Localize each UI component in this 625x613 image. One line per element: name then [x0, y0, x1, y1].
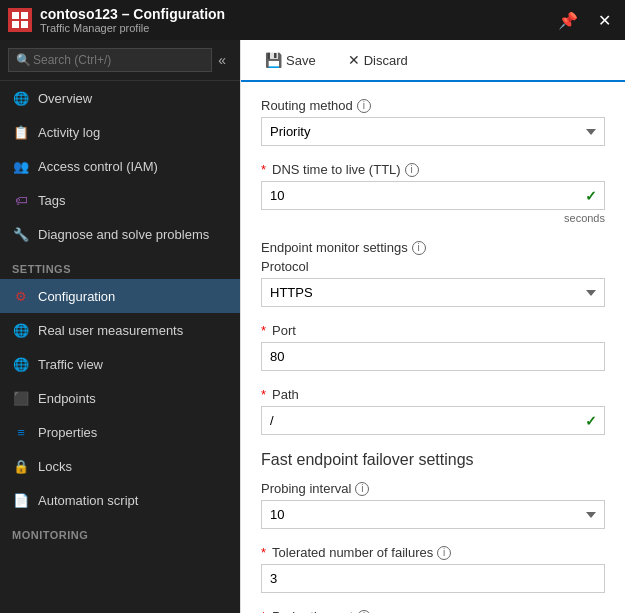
port-input[interactable]	[261, 342, 605, 371]
port-label: * Port	[261, 323, 605, 338]
fast-failover-heading: Fast endpoint failover settings	[261, 451, 605, 469]
sidebar-item-traffic-view[interactable]: 🌐 Traffic view	[0, 347, 240, 381]
sidebar-label-overview: Overview	[38, 91, 92, 106]
main-layout: 🔍 « 🌐 Overview 📋 Activity log 👥 Access c…	[0, 40, 625, 613]
protocol-select[interactable]: HTTP HTTPS TCP	[261, 278, 605, 307]
sidebar-label-activity-log: Activity log	[38, 125, 100, 140]
discard-icon: ✕	[348, 52, 360, 68]
sidebar-item-tags[interactable]: 🏷 Tags	[0, 183, 240, 217]
sidebar-item-automation-script[interactable]: 📄 Automation script	[0, 483, 240, 517]
probing-interval-label: Probing interval i	[261, 481, 605, 496]
endpoint-monitor-group: Endpoint monitor settings i Protocol HTT…	[261, 240, 605, 435]
sidebar-item-diagnose[interactable]: 🔧 Diagnose and solve problems	[0, 217, 240, 251]
config-icon: ⚙	[12, 287, 30, 305]
right-panel: 💾 Save ✕ Discard Routing method i Priori…	[240, 40, 625, 613]
routing-method-select[interactable]: Priority Weighted Performance Geographic…	[261, 117, 605, 146]
sidebar-label-tags: Tags	[38, 193, 65, 208]
path-group: * Path ✓	[261, 387, 605, 435]
lock-icon: 🔒	[12, 457, 30, 475]
sidebar-item-locks[interactable]: 🔒 Locks	[0, 449, 240, 483]
routing-method-group: Routing method i Priority Weighted Perfo…	[261, 98, 605, 146]
globe-icon: 🌐	[12, 89, 30, 107]
tag-icon: 🏷	[12, 191, 30, 209]
probe-timeout-required: *	[261, 609, 266, 613]
tolerated-failures-info-icon[interactable]: i	[437, 546, 451, 560]
tolerated-failures-input[interactable]	[261, 564, 605, 593]
sidebar-label-automation: Automation script	[38, 493, 138, 508]
toolbar: 💾 Save ✕ Discard	[241, 40, 625, 82]
sidebar-item-activity-log[interactable]: 📋 Activity log	[0, 115, 240, 149]
collapse-button[interactable]: «	[212, 48, 232, 72]
sidebar-label-rum: Real user measurements	[38, 323, 183, 338]
form-area: Routing method i Priority Weighted Perfo…	[241, 82, 625, 613]
sidebar-label-traffic-view: Traffic view	[38, 357, 103, 372]
save-icon: 💾	[265, 52, 282, 68]
svg-rect-2	[12, 21, 19, 28]
close-button[interactable]: ✕	[592, 9, 617, 32]
dns-ttl-check-icon: ✓	[585, 188, 597, 204]
sidebar-label-access-control: Access control (IAM)	[38, 159, 158, 174]
sidebar-item-real-user-measurements[interactable]: 🌐 Real user measurements	[0, 313, 240, 347]
path-input[interactable]	[261, 406, 605, 435]
traffic-icon: 🌐	[12, 355, 30, 373]
wrench-icon: 🔧	[12, 225, 30, 243]
tolerated-failures-label: * Tolerated number of failures i	[261, 545, 605, 560]
probe-timeout-info-icon[interactable]: i	[357, 610, 371, 614]
script-icon: 📄	[12, 491, 30, 509]
sidebar-item-overview[interactable]: 🌐 Overview	[0, 81, 240, 115]
sidebar-label-endpoints: Endpoints	[38, 391, 96, 406]
dns-ttl-hint: seconds	[261, 212, 605, 224]
protocol-label: Protocol	[261, 259, 605, 274]
probing-interval-info-icon[interactable]: i	[355, 482, 369, 496]
sidebar-label-configuration: Configuration	[38, 289, 115, 304]
svg-rect-1	[21, 12, 28, 19]
path-check-icon: ✓	[585, 413, 597, 429]
tolerated-failures-group: * Tolerated number of failures i	[261, 545, 605, 593]
titlebar-controls: 📌 ✕	[552, 9, 617, 32]
sidebar-item-configuration[interactable]: ⚙ Configuration	[0, 279, 240, 313]
pin-button[interactable]: 📌	[552, 9, 584, 32]
titlebar: contoso123 – Configuration Traffic Manag…	[0, 0, 625, 40]
endpoint-monitor-info-icon[interactable]: i	[412, 241, 426, 255]
dns-ttl-input-wrap: ✓	[261, 181, 605, 210]
endpoints-icon: ⬛	[12, 389, 30, 407]
dns-ttl-input[interactable]	[261, 181, 605, 210]
routing-method-label: Routing method i	[261, 98, 605, 113]
svg-rect-0	[12, 12, 19, 19]
sidebar-label-locks: Locks	[38, 459, 72, 474]
sidebar-label-diagnose: Diagnose and solve problems	[38, 227, 209, 242]
path-input-wrap: ✓	[261, 406, 605, 435]
list-icon: 📋	[12, 123, 30, 141]
rum-icon: 🌐	[12, 321, 30, 339]
port-group: * Port	[261, 323, 605, 371]
endpoint-monitor-label: Endpoint monitor settings i	[261, 240, 605, 255]
dns-ttl-group: * DNS time to live (TTL) i ✓ seconds	[261, 162, 605, 224]
search-icon: 🔍	[16, 53, 31, 67]
monitoring-section-label: MONITORING	[0, 517, 240, 545]
path-required: *	[261, 387, 266, 402]
dns-ttl-required: *	[261, 162, 266, 177]
sub-title: Traffic Manager profile	[40, 22, 552, 34]
settings-section-label: SETTINGS	[0, 251, 240, 279]
probing-interval-select[interactable]: 10 30	[261, 500, 605, 529]
routing-method-info-icon[interactable]: i	[357, 99, 371, 113]
save-label: Save	[286, 53, 316, 68]
probe-timeout-group: * Probe timeout i ✓ seconds	[261, 609, 605, 613]
title-area: contoso123 – Configuration Traffic Manag…	[40, 6, 552, 34]
main-title: contoso123 – Configuration	[40, 6, 552, 22]
tolerated-failures-required: *	[261, 545, 266, 560]
search-bar: 🔍 «	[0, 40, 240, 81]
protocol-group: Protocol HTTP HTTPS TCP	[261, 259, 605, 307]
sidebar-item-properties[interactable]: ≡ Properties	[0, 415, 240, 449]
path-label: * Path	[261, 387, 605, 402]
svg-rect-3	[21, 21, 28, 28]
discard-button[interactable]: ✕ Discard	[340, 48, 416, 72]
save-button[interactable]: 💾 Save	[257, 48, 324, 72]
dns-ttl-info-icon[interactable]: i	[405, 163, 419, 177]
probe-timeout-label: * Probe timeout i	[261, 609, 605, 613]
sidebar: 🔍 « 🌐 Overview 📋 Activity log 👥 Access c…	[0, 40, 240, 613]
sidebar-item-endpoints[interactable]: ⬛ Endpoints	[0, 381, 240, 415]
search-input[interactable]	[8, 48, 212, 72]
sidebar-item-access-control[interactable]: 👥 Access control (IAM)	[0, 149, 240, 183]
sidebar-label-properties: Properties	[38, 425, 97, 440]
